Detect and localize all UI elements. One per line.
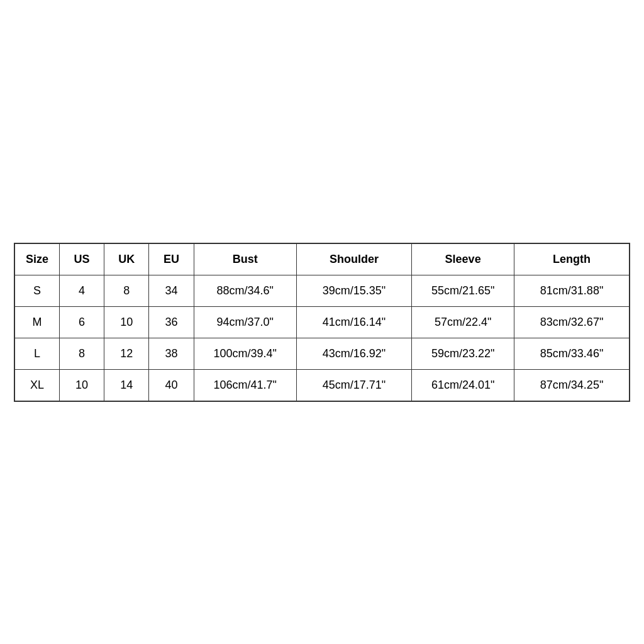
- header-eu: EU: [149, 243, 194, 275]
- cell-size: S: [14, 275, 59, 306]
- cell-size: L: [14, 338, 59, 369]
- header-sleeve: Sleeve: [412, 243, 514, 275]
- cell-sleeve: 57cm/22.4": [412, 306, 514, 338]
- header-bust: Bust: [194, 243, 296, 275]
- cell-bust: 88cm/34.6": [194, 275, 296, 306]
- cell-eu: 36: [149, 306, 194, 338]
- cell-us: 10: [59, 369, 104, 401]
- cell-bust: 100cm/39.4": [194, 338, 296, 369]
- cell-eu: 40: [149, 369, 194, 401]
- cell-shoulder: 45cm/17.71": [296, 369, 411, 401]
- table-row: XL101440106cm/41.7"45cm/17.71"61cm/24.01…: [14, 369, 630, 401]
- cell-bust: 106cm/41.7": [194, 369, 296, 401]
- cell-uk: 12: [104, 338, 149, 369]
- size-chart-table: Size US UK EU Bust Shoulder Sleeve Lengt…: [14, 243, 630, 402]
- table-row: L81238100cm/39.4"43cm/16.92"59cm/23.22"8…: [14, 338, 630, 369]
- cell-length: 85cm/33.46": [514, 338, 630, 369]
- cell-eu: 34: [149, 275, 194, 306]
- cell-us: 4: [59, 275, 104, 306]
- cell-shoulder: 43cm/16.92": [296, 338, 411, 369]
- cell-size: M: [14, 306, 59, 338]
- cell-uk: 14: [104, 369, 149, 401]
- cell-eu: 38: [149, 338, 194, 369]
- table-row: M6103694cm/37.0"41cm/16.14"57cm/22.4"83c…: [14, 306, 630, 338]
- cell-sleeve: 59cm/23.22": [412, 338, 514, 369]
- header-shoulder: Shoulder: [296, 243, 411, 275]
- cell-uk: 10: [104, 306, 149, 338]
- cell-length: 87cm/34.25": [514, 369, 630, 401]
- table-row: S483488cm/34.6"39cm/15.35"55cm/21.65"81c…: [14, 275, 630, 306]
- header-size: Size: [14, 243, 59, 275]
- cell-sleeve: 61cm/24.01": [412, 369, 514, 401]
- header-us: US: [59, 243, 104, 275]
- size-chart-container: Size US UK EU Bust Shoulder Sleeve Lengt…: [14, 243, 630, 402]
- cell-shoulder: 41cm/16.14": [296, 306, 411, 338]
- cell-us: 6: [59, 306, 104, 338]
- cell-length: 81cm/31.88": [514, 275, 630, 306]
- cell-size: XL: [14, 369, 59, 401]
- table-header-row: Size US UK EU Bust Shoulder Sleeve Lengt…: [14, 243, 630, 275]
- cell-bust: 94cm/37.0": [194, 306, 296, 338]
- header-length: Length: [514, 243, 630, 275]
- cell-us: 8: [59, 338, 104, 369]
- cell-uk: 8: [104, 275, 149, 306]
- cell-shoulder: 39cm/15.35": [296, 275, 411, 306]
- cell-length: 83cm/32.67": [514, 306, 630, 338]
- cell-sleeve: 55cm/21.65": [412, 275, 514, 306]
- header-uk: UK: [104, 243, 149, 275]
